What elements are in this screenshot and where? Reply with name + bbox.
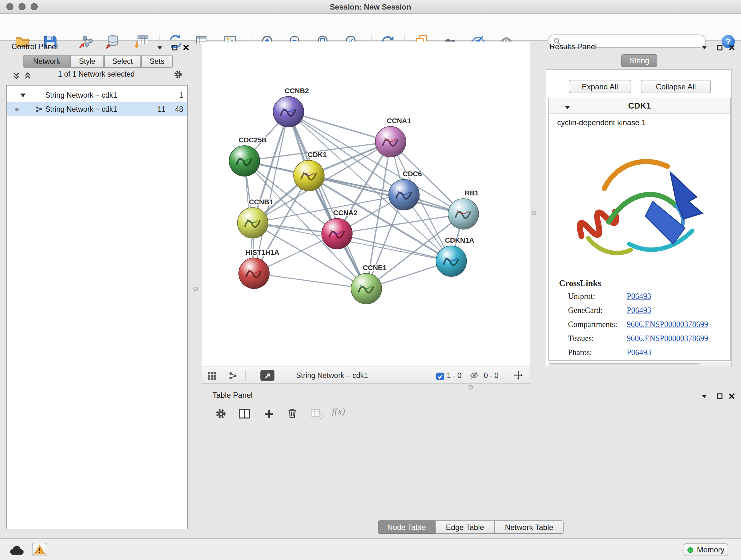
network-node[interactable]: CDC25B — [229, 136, 267, 176]
warnings-button[interactable] — [32, 543, 47, 556]
tab-string[interactable]: String — [621, 54, 657, 67]
control-panel-collapse-button[interactable] — [155, 43, 164, 52]
collapse-all-button[interactable]: Collapse All — [641, 80, 711, 93]
results-hscrollbar[interactable] — [548, 362, 731, 366]
results-panel-close-button[interactable] — [727, 43, 736, 52]
section-collapse-icon[interactable] — [563, 103, 572, 112]
delete-table-button-disabled — [310, 408, 324, 420]
tab-network-table[interactable]: Network Table — [495, 520, 563, 534]
hidden-counter: 0 - 0 — [484, 367, 498, 384]
tree-expand-icon[interactable] — [20, 92, 26, 98]
table-panel-close-button[interactable] — [727, 391, 736, 400]
crosslinks-title: CrossLinks — [559, 278, 601, 289]
network-node[interactable]: CCNA1 — [375, 117, 411, 157]
table-panel-title: Table Panel — [212, 391, 253, 400]
network-row-selected[interactable]: String Network – cdk1 11 48 — [7, 102, 187, 116]
network-view-toolbar: String Network – cdk1 1 - 0 0 - 0 — [202, 367, 530, 384]
collapse-icon — [700, 392, 708, 399]
network-collection-row[interactable]: String Network – cdk1 1 — [7, 88, 187, 102]
control-panel-float-button[interactable] — [170, 43, 179, 52]
results-panel-collapse-button[interactable] — [699, 43, 709, 52]
node-label: HIST1H1A — [246, 248, 279, 256]
gear-icon — [174, 69, 183, 79]
network-graph-svg[interactable]: CCNB2CCNA1CDC25BCDK1CDC6RB1CCNB1CCNA2CDK… — [202, 42, 530, 367]
tab-network[interactable]: Network — [23, 55, 70, 68]
fit-selection-button[interactable] — [514, 370, 523, 379]
collection-count: 1 — [179, 88, 183, 102]
crosslink-compartments-link[interactable]: 9606.ENSP00000378699 — [627, 320, 708, 329]
horizontal-splitter-handle[interactable] — [468, 385, 473, 389]
table-panel-collapse-button[interactable] — [699, 391, 709, 400]
move-icon — [514, 369, 523, 380]
protein-section-header[interactable]: CDK1 — [549, 98, 730, 114]
close-icon — [728, 44, 735, 51]
results-panel-float-button[interactable] — [715, 43, 724, 52]
network-node[interactable]: RB1 — [448, 189, 479, 229]
network-edge — [288, 112, 391, 142]
network-type-icon — [35, 105, 43, 113]
crosslink-tissues-link[interactable]: 9606.ENSP00000378699 — [627, 334, 708, 344]
string-results-box: Expand All Collapse All CDK1 cyclin-depe… — [546, 69, 732, 367]
tab-style[interactable]: Style — [70, 55, 104, 68]
network-node-count: 11 — [158, 102, 165, 116]
window-title: Session: New Session — [0, 0, 741, 14]
checkbox-checked-icon — [435, 372, 444, 380]
tab-sets[interactable]: Sets — [141, 55, 173, 68]
tab-select[interactable]: Select — [104, 55, 141, 68]
cloud-status-button[interactable] — [9, 544, 24, 556]
network-view-canvas[interactable]: CCNB2CCNA1CDC25BCDK1CDC6RB1CCNB1CCNA2CDK… — [202, 42, 530, 367]
grid-icon — [207, 371, 216, 380]
memory-status-dot — [687, 547, 693, 553]
status-bar: Memory — [0, 538, 741, 560]
crosslink-pharos-link[interactable]: P06493 — [627, 348, 651, 358]
eye-slash-icon — [470, 370, 479, 381]
collection-label: String Network – cdk1 — [45, 88, 117, 102]
title-bar: Session: New Session — [0, 0, 741, 14]
network-selection-summary: 1 of 1 Network selected — [4, 70, 189, 78]
tab-edge-table[interactable]: Edge Table — [435, 520, 495, 534]
crosslink-label: GeneCard: — [568, 306, 603, 315]
node-label: CDK1 — [308, 151, 327, 159]
plus-icon — [263, 408, 274, 419]
control-panel-title: Control Panel — [11, 42, 58, 51]
network-options-gear-button[interactable] — [174, 70, 183, 78]
node-label: CDKN1A — [445, 236, 474, 244]
birds-eye-view-button[interactable] — [207, 371, 216, 380]
control-panel-close-button[interactable] — [181, 43, 190, 52]
cloud-icon — [9, 544, 24, 555]
protein-structure-image — [560, 134, 719, 273]
right-splitter-handle[interactable] — [532, 211, 536, 215]
control-panel: Control Panel Network Style Select Sets … — [4, 41, 189, 538]
table-panel-float-button[interactable] — [715, 391, 724, 400]
annotation-mode-button[interactable] — [228, 371, 238, 380]
external-arrow-icon — [264, 372, 271, 379]
results-hscrollbar-thumb[interactable] — [549, 363, 699, 365]
crosslink-uniprot-link[interactable]: P06493 — [627, 292, 651, 301]
share-icon — [228, 371, 238, 380]
node-label: CCNE1 — [363, 264, 387, 272]
tab-node-table[interactable]: Node Table — [378, 520, 435, 534]
selected-checkbox[interactable] — [435, 372, 444, 381]
open-network-button[interactable] — [260, 370, 274, 381]
show-columns-button[interactable] — [238, 408, 251, 420]
left-splitter-handle[interactable] — [193, 287, 198, 291]
warning-icon — [34, 544, 45, 555]
node-label: CCNB2 — [285, 87, 309, 95]
network-edge-count: 48 — [175, 102, 183, 116]
float-icon — [171, 44, 178, 51]
network-node[interactable]: CDC6 — [389, 170, 422, 210]
network-label: String Network – cdk1 — [45, 102, 117, 116]
network-edge — [254, 273, 366, 289]
crosslink-genecard-link[interactable]: P06493 — [627, 306, 651, 315]
memory-label: Memory — [697, 545, 725, 554]
delete-column-button[interactable] — [286, 407, 298, 420]
current-network-title: String Network – cdk1 — [296, 367, 368, 384]
memory-button[interactable]: Memory — [684, 543, 728, 556]
float-icon — [716, 44, 723, 51]
protein-section: CDK1 cyclin-dependent kinase 1 CrossLink… — [548, 98, 731, 361]
network-node[interactable]: HIST1H1A — [239, 248, 279, 289]
table-options-gear-button[interactable] — [214, 408, 227, 420]
expand-all-button[interactable]: Expand All — [569, 80, 631, 93]
create-column-button[interactable] — [262, 408, 275, 420]
network-node[interactable]: CDK1 — [293, 151, 327, 191]
